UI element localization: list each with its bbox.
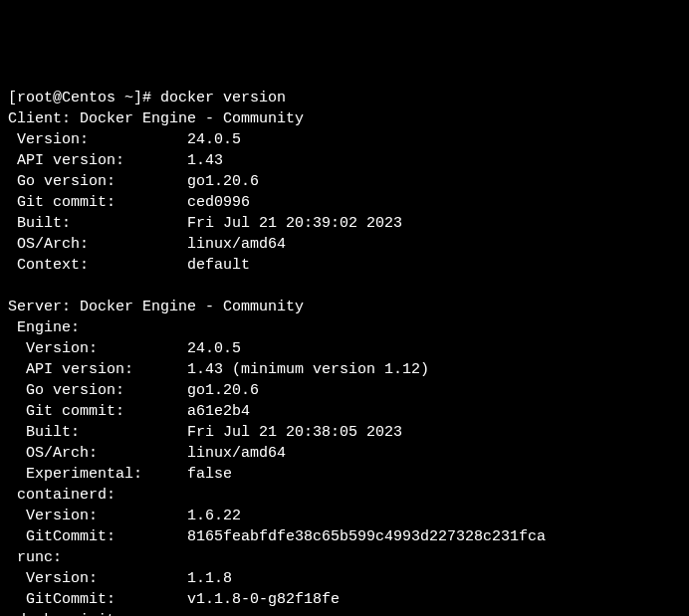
server-row: GitCommit: v1.1.8-0-g82f18fe bbox=[8, 589, 681, 610]
server-row: Version: 1.6.22 bbox=[8, 506, 681, 526]
kv-label: GitCommit: bbox=[8, 528, 187, 545]
kv-value: 1.6.22 bbox=[187, 508, 241, 524]
kv-value: Fri Jul 21 20:39:02 2023 bbox=[187, 215, 402, 232]
component-name: Engine: bbox=[8, 317, 681, 338]
kv-label: GitCommit: bbox=[8, 591, 187, 608]
kv-label: Experimental: bbox=[8, 466, 187, 483]
kv-label: API version: bbox=[8, 152, 187, 169]
kv-label: Context: bbox=[8, 257, 187, 274]
client-row: API version: 1.43 bbox=[8, 150, 681, 171]
kv-label: Version: bbox=[8, 131, 187, 148]
terminal-output: [root@Centos ~]# docker versionClient: D… bbox=[8, 88, 681, 616]
kv-label: Version: bbox=[8, 508, 187, 524]
client-row: Context: default bbox=[8, 255, 681, 276]
prompt-user-host: root@Centos bbox=[17, 90, 115, 106]
server-row: Built: Fri Jul 21 20:38:05 2023 bbox=[8, 422, 681, 443]
kv-label: Git commit: bbox=[8, 403, 187, 420]
server-row: Git commit: a61e2b4 bbox=[8, 401, 681, 422]
client-row: Git commit: ced0996 bbox=[8, 192, 681, 213]
kv-value: 1.43 bbox=[187, 152, 223, 169]
kv-label: Built: bbox=[8, 424, 187, 441]
kv-value: v1.1.8-0-g82f18fe bbox=[187, 591, 340, 608]
kv-label: Version: bbox=[8, 570, 187, 587]
client-row: Built: Fri Jul 21 20:39:02 2023 bbox=[8, 213, 681, 234]
kv-label: OS/Arch: bbox=[8, 445, 187, 462]
component-name: runc: bbox=[8, 547, 681, 568]
component-name: containerd: bbox=[8, 485, 681, 506]
kv-value: default bbox=[187, 257, 250, 274]
kv-value: go1.20.6 bbox=[187, 382, 259, 399]
server-row: OS/Arch: linux/amd64 bbox=[8, 443, 681, 464]
server-row: Experimental: false bbox=[8, 464, 681, 485]
server-row: Go version: go1.20.6 bbox=[8, 380, 681, 401]
component-name: docker-init: bbox=[8, 610, 681, 616]
kv-value: ced0996 bbox=[187, 194, 250, 211]
kv-label: OS/Arch: bbox=[8, 236, 187, 253]
kv-value: false bbox=[187, 466, 232, 483]
server-header: Server: Docker Engine - Community bbox=[8, 297, 681, 317]
client-row: Version: 24.0.5 bbox=[8, 129, 681, 150]
kv-label: Go version: bbox=[8, 173, 187, 190]
prompt-line: [root@Centos ~]# docker version bbox=[8, 88, 681, 108]
kv-label: Go version: bbox=[8, 382, 187, 399]
prompt-path: ~ bbox=[115, 90, 133, 106]
prompt-open-bracket: [ bbox=[8, 90, 17, 106]
client-row: OS/Arch: linux/amd64 bbox=[8, 234, 681, 255]
kv-value: 1.43 (minimum version 1.12) bbox=[187, 361, 429, 378]
kv-value: a61e2b4 bbox=[187, 403, 250, 420]
server-row: Version: 24.0.5 bbox=[8, 338, 681, 359]
kv-label: API version: bbox=[8, 361, 187, 378]
kv-label: Git commit: bbox=[8, 194, 187, 211]
kv-value: 8165feabfdfe38c65b599c4993d227328c231fca bbox=[187, 528, 546, 545]
server-row: API version: 1.43 (minimum version 1.12) bbox=[8, 359, 681, 380]
kv-value: 24.0.5 bbox=[187, 131, 241, 148]
command-text: docker version bbox=[160, 90, 286, 106]
client-row: Go version: go1.20.6 bbox=[8, 171, 681, 192]
kv-label: Version: bbox=[8, 340, 187, 357]
client-header: Client: Docker Engine - Community bbox=[8, 108, 681, 129]
kv-value: 1.1.8 bbox=[187, 570, 232, 587]
kv-value: linux/amd64 bbox=[187, 445, 286, 462]
kv-value: go1.20.6 bbox=[187, 173, 259, 190]
kv-label: Built: bbox=[8, 215, 187, 232]
kv-value: linux/amd64 bbox=[187, 236, 286, 253]
kv-value: Fri Jul 21 20:38:05 2023 bbox=[187, 424, 402, 441]
server-row: Version: 1.1.8 bbox=[8, 568, 681, 589]
server-row: GitCommit: 8165feabfdfe38c65b599c4993d22… bbox=[8, 526, 681, 547]
prompt-close-bracket: ]# bbox=[133, 90, 160, 106]
blank-line bbox=[8, 276, 681, 297]
kv-value: 24.0.5 bbox=[187, 340, 241, 357]
